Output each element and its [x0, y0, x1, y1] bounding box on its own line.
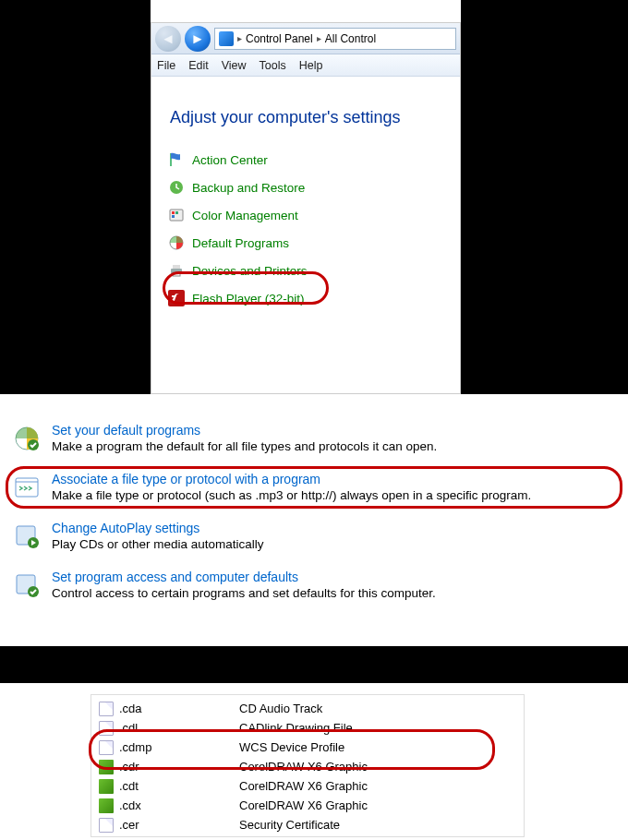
option-title[interactable]: Set program access and computer defaults [52, 570, 436, 586]
option-title[interactable]: Change AutoPlay settings [52, 521, 264, 537]
program-access-icon [13, 571, 41, 599]
file-icon [99, 818, 114, 833]
file-row[interactable]: .cdtCorelDRAW X6 Graphic [99, 776, 516, 796]
associate-icon [13, 474, 41, 501]
svg-rect-2 [172, 211, 175, 214]
file-row[interactable]: .cdlCADlink Drawing File [99, 718, 516, 738]
file-ext: .cdt [119, 779, 239, 793]
chevron-right-icon: ▸ [317, 33, 321, 43]
file-desc: CD Audio Track [239, 702, 322, 715]
item-backup-restore[interactable]: Backup and Restore [164, 174, 460, 201]
page-title: Adjust your computer's settings [151, 77, 460, 140]
color-icon [168, 207, 185, 223]
set-default-icon [13, 425, 41, 452]
breadcrumb[interactable]: ▸ Control Panel ▸ All Control [214, 28, 456, 50]
default-programs-icon [168, 234, 185, 251]
control-panel-items: Action Center Backup and Restore Color M… [151, 140, 460, 312]
file-row[interactable]: .cdrCorelDRAW X6 Graphic [99, 757, 516, 776]
item-devices-printers[interactable]: Devices and Printers [164, 257, 460, 284]
svg-rect-7 [173, 265, 180, 269]
printer-icon [168, 262, 185, 279]
file-ext: .cda [119, 702, 239, 715]
breadcrumb-item[interactable]: Control Panel [246, 32, 313, 45]
file-ext: .cdr [119, 760, 239, 774]
black-background [461, 0, 628, 394]
file-desc: CorelDRAW X6 Graphic [239, 798, 368, 812]
file-ext: .cdmp [119, 740, 239, 754]
flash-icon [168, 290, 185, 306]
file-icon [99, 721, 114, 736]
file-desc: CorelDRAW X6 Graphic [239, 779, 368, 793]
default-programs-options: Set your default programs Make a program… [13, 414, 617, 609]
file-row[interactable]: .cdmpWCS Device Profile [99, 738, 516, 757]
control-panel-window: ◄ ► ▸ Control Panel ▸ All Control File E… [151, 22, 461, 394]
svg-rect-9 [168, 290, 185, 306]
item-flash-player[interactable]: Flash Player (32-bit) [164, 284, 460, 312]
item-label: Color Management [192, 209, 298, 222]
menu-view[interactable]: View [222, 59, 247, 72]
file-icon [99, 702, 114, 716]
back-button[interactable]: ◄ [155, 26, 181, 52]
file-row[interactable]: .cerSecurity Certificate [99, 815, 516, 834]
item-color-management[interactable]: Color Management [164, 201, 460, 229]
flag-icon [168, 151, 185, 168]
file-ext: .cdx [119, 798, 239, 812]
option-desc: Play CDs or other media automatically [52, 537, 264, 551]
file-desc: Security Certificate [239, 818, 340, 832]
navigation-bar: ◄ ► ▸ Control Panel ▸ All Control [151, 23, 460, 54]
menu-edit[interactable]: Edit [188, 59, 209, 72]
item-label: Flash Player (32-bit) [192, 292, 305, 306]
item-label: Default Programs [192, 236, 289, 250]
option-program-access[interactable]: Set program access and computer defaults… [13, 560, 617, 609]
option-autoplay[interactable]: Change AutoPlay settings Play CDs or oth… [13, 511, 617, 560]
black-background [0, 0, 151, 394]
option-associate-file-type[interactable]: Associate a file type or protocol with a… [13, 462, 617, 511]
item-default-programs[interactable]: Default Programs [164, 229, 460, 257]
svg-rect-3 [175, 211, 178, 214]
file-row[interactable]: .cdxCorelDRAW X6 Graphic [99, 796, 516, 815]
coreldraw-icon [99, 760, 114, 774]
breadcrumb-item[interactable]: All Control [325, 32, 376, 45]
option-set-default[interactable]: Set your default programs Make a program… [13, 414, 617, 462]
svg-rect-4 [172, 215, 175, 218]
file-icon [99, 740, 114, 755]
autoplay-icon [13, 522, 41, 550]
svg-rect-8 [173, 272, 180, 276]
menu-help[interactable]: Help [299, 59, 323, 72]
file-ext: .cer [119, 818, 239, 832]
option-desc: Make a file type or protocol (such as .m… [52, 488, 531, 502]
item-action-center[interactable]: Action Center [164, 146, 460, 174]
menu-bar: File Edit View Tools Help [151, 54, 460, 77]
menu-tools[interactable]: Tools [260, 59, 286, 72]
coreldraw-icon [99, 779, 114, 794]
coreldraw-icon [99, 798, 114, 813]
file-desc: CorelDRAW X6 Graphic [239, 760, 368, 774]
file-desc: CADlink Drawing File [239, 721, 353, 735]
option-desc: Make a program the default for all file … [52, 439, 437, 453]
option-title[interactable]: Set your default programs [52, 423, 437, 439]
item-label: Backup and Restore [192, 181, 305, 195]
forward-button[interactable]: ► [185, 26, 211, 52]
control-panel-icon [219, 31, 234, 46]
file-ext: .cdl [119, 721, 239, 735]
svg-rect-12 [16, 478, 38, 497]
item-label: Devices and Printers [192, 264, 308, 278]
file-desc: WCS Device Profile [239, 740, 344, 754]
option-title[interactable]: Associate a file type or protocol with a… [52, 472, 531, 488]
chevron-right-icon: ▸ [237, 33, 242, 43]
file-row[interactable]: .cdaCD Audio Track [99, 699, 516, 718]
menu-file[interactable]: File [157, 59, 175, 72]
file-association-list: .cdaCD Audio Track .cdlCADlink Drawing F… [91, 694, 525, 837]
item-label: Action Center [192, 153, 268, 167]
backup-icon [168, 179, 185, 196]
option-desc: Control access to certain programs and s… [52, 586, 436, 600]
black-background [0, 646, 628, 683]
